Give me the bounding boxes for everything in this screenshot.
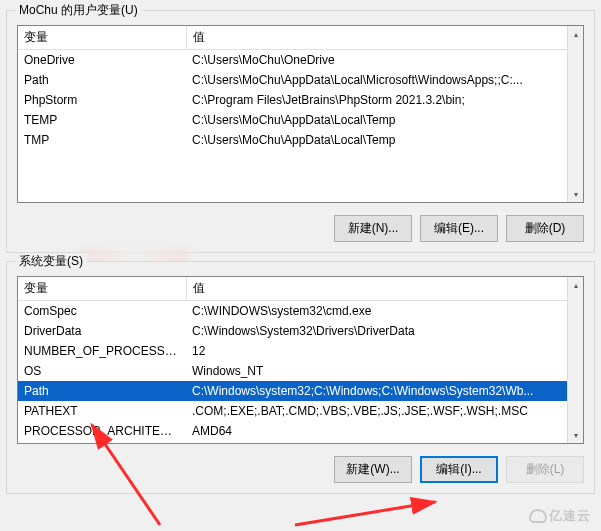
user-col-name-header[interactable]: 变量: [18, 26, 186, 50]
var-value-cell: C:\Program Files\JetBrains\PhpStorm 2021…: [186, 90, 583, 110]
sys-delete-button[interactable]: 删除(L): [506, 456, 584, 483]
system-variables-table-wrap: 变量 值 ComSpecC:\WINDOWS\system32\cmd.exeD…: [17, 276, 584, 444]
table-row[interactable]: TMPC:\Users\MoChu\AppData\Local\Temp: [18, 130, 583, 150]
user-variables-label: MoChu 的用户变量(U): [15, 2, 142, 19]
table-row[interactable]: PATHEXT.COM;.EXE;.BAT;.CMD;.VBS;.VBE;.JS…: [18, 401, 583, 421]
user-scrollbar[interactable]: ▴ ▾: [567, 26, 583, 202]
var-value-cell: C:\WINDOWS\system32\cmd.exe: [186, 301, 583, 322]
table-row[interactable]: OneDriveC:\Users\MoChu\OneDrive: [18, 50, 583, 71]
table-row[interactable]: DriverDataC:\Windows\System32\Drivers\Dr…: [18, 321, 583, 341]
svg-line-1: [295, 502, 435, 525]
var-value-cell: Windows_NT: [186, 361, 583, 381]
var-value-cell: AMD64: [186, 421, 583, 441]
var-name-cell: Path: [18, 70, 186, 90]
user-col-value-header[interactable]: 值: [186, 26, 583, 50]
scroll-down-icon[interactable]: ▾: [568, 186, 583, 202]
var-name-cell: PROCESSOR_ARCHITECT...: [18, 421, 186, 441]
user-delete-button[interactable]: 删除(D): [506, 215, 584, 242]
var-name-cell: OneDrive: [18, 50, 186, 71]
table-row[interactable]: PathC:\Users\MoChu\AppData\Local\Microso…: [18, 70, 583, 90]
table-row[interactable]: PathC:\Windows\system32;C:\Windows;C:\Wi…: [18, 381, 583, 401]
var-name-cell: PhpStorm: [18, 90, 186, 110]
table-row[interactable]: TEMPC:\Users\MoChu\AppData\Local\Temp: [18, 110, 583, 130]
scroll-down-icon[interactable]: ▾: [568, 427, 583, 443]
user-variables-table-wrap: 变量 值 OneDriveC:\Users\MoChu\OneDrivePath…: [17, 25, 584, 203]
var-name-cell: PATHEXT: [18, 401, 186, 421]
var-value-cell: C:\Users\MoChu\OneDrive: [186, 50, 583, 71]
system-variables-group: 系统变量(S) 变量 值 ComSpecC:\WINDOWS\system32\…: [6, 261, 595, 494]
var-value-cell: C:\Windows\system32;C:\Windows;C:\Window…: [186, 381, 583, 401]
sys-edit-button[interactable]: 编辑(I)...: [420, 456, 498, 483]
var-name-cell: TEMP: [18, 110, 186, 130]
var-value-cell: C:\Windows\System32\Drivers\DriverData: [186, 321, 583, 341]
var-name-cell: OS: [18, 361, 186, 381]
var-value-cell: .COM;.EXE;.BAT;.CMD;.VBS;.VBE;.JS;.JSE;.…: [186, 401, 583, 421]
watermark: 亿速云: [529, 507, 591, 525]
var-name-cell: DriverData: [18, 321, 186, 341]
var-value-cell: C:\Users\MoChu\AppData\Local\Temp: [186, 110, 583, 130]
table-row[interactable]: NUMBER_OF_PROCESSORS12: [18, 341, 583, 361]
var-name-cell: NUMBER_OF_PROCESSORS: [18, 341, 186, 361]
sys-new-button[interactable]: 新建(W)...: [334, 456, 412, 483]
var-value-cell: 12: [186, 341, 583, 361]
watermark-text: 亿速云: [549, 507, 591, 525]
table-row[interactable]: PhpStormC:\Program Files\JetBrains\PhpSt…: [18, 90, 583, 110]
user-variables-group: MoChu 的用户变量(U) 变量 值 OneDriveC:\Users\MoC…: [6, 10, 595, 253]
var-value-cell: C:\Users\MoChu\AppData\Local\Microsoft\W…: [186, 70, 583, 90]
var-value-cell: C:\Users\MoChu\AppData\Local\Temp: [186, 130, 583, 150]
table-row[interactable]: ComSpecC:\WINDOWS\system32\cmd.exe: [18, 301, 583, 322]
system-variables-label: 系统变量(S): [15, 253, 87, 270]
user-edit-button[interactable]: 编辑(E)...: [420, 215, 498, 242]
table-row[interactable]: OSWindows_NT: [18, 361, 583, 381]
user-variables-table[interactable]: 变量 值 OneDriveC:\Users\MoChu\OneDrivePath…: [18, 26, 583, 150]
scroll-up-icon[interactable]: ▴: [568, 277, 583, 293]
var-name-cell: Path: [18, 381, 186, 401]
user-new-button[interactable]: 新建(N)...: [334, 215, 412, 242]
cloud-icon: [529, 509, 547, 523]
var-name-cell: ComSpec: [18, 301, 186, 322]
system-variables-table[interactable]: 变量 值 ComSpecC:\WINDOWS\system32\cmd.exeD…: [18, 277, 583, 441]
var-name-cell: TMP: [18, 130, 186, 150]
sys-col-name-header[interactable]: 变量: [18, 277, 186, 301]
sys-scrollbar[interactable]: ▴ ▾: [567, 277, 583, 443]
table-row[interactable]: PROCESSOR_ARCHITECT...AMD64: [18, 421, 583, 441]
scroll-up-icon[interactable]: ▴: [568, 26, 583, 42]
sys-col-value-header[interactable]: 值: [186, 277, 583, 301]
